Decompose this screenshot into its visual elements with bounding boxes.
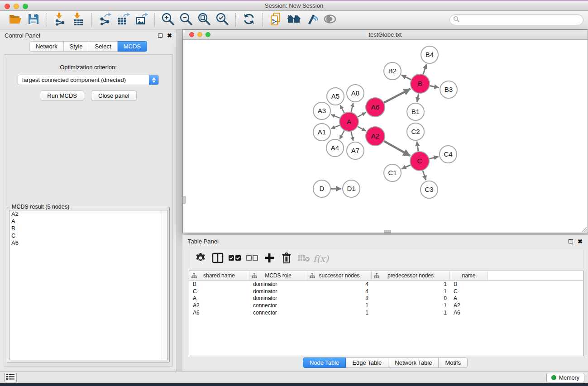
- h-scroll-thumb[interactable]: [384, 230, 391, 233]
- cell[interactable]: 4: [307, 281, 372, 287]
- cell[interactable]: A: [189, 295, 249, 301]
- cell[interactable]: B: [189, 281, 249, 287]
- zoom-fit-button[interactable]: [195, 12, 213, 28]
- cell[interactable]: 4: [307, 288, 372, 295]
- edge-A-A3[interactable]: [331, 114, 339, 118]
- close-window-button[interactable]: [5, 4, 10, 9]
- graph-node-c4[interactable]: C4: [440, 146, 457, 163]
- graph-node-a1[interactable]: A1: [313, 124, 330, 141]
- cell[interactable]: A2: [189, 302, 249, 309]
- tab-node-table[interactable]: Node Table: [303, 357, 346, 368]
- graph-node-b2[interactable]: B2: [384, 62, 401, 80]
- graph-node-a5[interactable]: A5: [327, 88, 344, 105]
- search-field[interactable]: [449, 14, 583, 25]
- import-network-button[interactable]: [51, 12, 69, 28]
- network-window-titlebar[interactable]: testGlobe.txt: [183, 30, 588, 40]
- edge-C-C4[interactable]: [429, 157, 438, 159]
- table-row-c[interactable]: Cdominator41C: [189, 288, 583, 295]
- cell[interactable]: 0: [372, 295, 450, 301]
- cell[interactable]: C: [450, 288, 488, 295]
- cell[interactable]: 1: [372, 310, 450, 316]
- minimize-window-button[interactable]: [14, 4, 19, 9]
- column-header-predecessor-nodes[interactable]: predecessor nodes: [372, 271, 450, 280]
- graph-node-c[interactable]: C: [410, 152, 429, 171]
- edge-A-A5[interactable]: [340, 105, 344, 113]
- table-row-a[interactable]: Adominator80A: [189, 295, 583, 302]
- zoom-in-button[interactable]: [159, 12, 177, 28]
- delete-columns-button[interactable]: [278, 250, 295, 267]
- graph-node-d[interactable]: D: [313, 180, 330, 197]
- column-header-mcds-role[interactable]: MCDS role: [249, 271, 307, 280]
- cell[interactable]: dominator: [249, 281, 307, 287]
- zoom-selected-button[interactable]: [213, 12, 231, 28]
- tab-mcds[interactable]: MCDS: [118, 41, 147, 52]
- zoom-out-button[interactable]: [177, 12, 195, 28]
- cell[interactable]: A6: [189, 310, 249, 316]
- edge-A-A2[interactable]: [358, 127, 366, 131]
- tab-select[interactable]: Select: [89, 41, 118, 52]
- cell[interactable]: B: [450, 281, 488, 287]
- cell[interactable]: 1: [372, 288, 450, 295]
- graph-node-a7[interactable]: A7: [347, 142, 364, 159]
- tab-network[interactable]: Network: [29, 41, 64, 52]
- cell[interactable]: A2: [450, 302, 488, 309]
- network-graph[interactable]: AA1A2A3A4A5A6A7A8BB1B2B3B4CC1C2C3C4DD1: [183, 40, 588, 233]
- edge-A2-C[interactable]: [384, 141, 410, 156]
- table-row-b[interactable]: Bdominator41B: [189, 281, 583, 288]
- graph-node-a4[interactable]: A4: [326, 139, 344, 157]
- toggle-split-view-button[interactable]: [209, 250, 226, 267]
- cell[interactable]: dominator: [249, 288, 307, 295]
- edge-C-C3[interactable]: [423, 171, 426, 180]
- graph-node-c1[interactable]: C1: [384, 164, 401, 181]
- edge-B-B1[interactable]: [417, 94, 419, 102]
- select-all-columns-button[interactable]: [226, 250, 244, 267]
- graph-node-b4[interactable]: B4: [421, 46, 438, 63]
- delete-table-button[interactable]: [295, 250, 312, 267]
- close-mcds-panel-button[interactable]: Close panel: [91, 91, 137, 101]
- v-scroll-thumb[interactable]: [183, 196, 186, 204]
- getting-started-button[interactable]: [303, 12, 321, 28]
- open-browser-button[interactable]: [285, 12, 303, 28]
- tab-style[interactable]: Style: [64, 41, 89, 52]
- tab-network-table[interactable]: Network Table: [388, 357, 439, 368]
- float-panel-button[interactable]: [158, 33, 163, 38]
- cell[interactable]: C: [189, 288, 249, 295]
- edge-A-A6[interactable]: [358, 113, 366, 117]
- resize-grip[interactable]: [581, 226, 587, 232]
- graph-node-a8[interactable]: A8: [347, 85, 364, 102]
- edge-A6-B[interactable]: [384, 89, 410, 103]
- show-panels-button[interactable]: [4, 373, 17, 382]
- search-input[interactable]: [459, 15, 583, 24]
- column-header-successor-nodes[interactable]: successor nodes: [307, 271, 372, 280]
- edge-B-B4[interactable]: [423, 64, 426, 74]
- result-item-a[interactable]: A: [10, 218, 167, 225]
- create-column-button[interactable]: [261, 250, 278, 267]
- save-session-button[interactable]: [24, 12, 43, 28]
- minimize-network-button[interactable]: [197, 32, 202, 37]
- graph-node-b[interactable]: B: [411, 74, 430, 93]
- float-table-panel-button[interactable]: [569, 239, 573, 243]
- graph-node-a6[interactable]: A6: [366, 98, 385, 117]
- edge-B-B2[interactable]: [402, 75, 411, 80]
- table-row-a6[interactable]: A6connector11A6: [189, 309, 583, 316]
- column-header-name[interactable]: name: [450, 271, 488, 280]
- result-item-a2[interactable]: A2: [10, 210, 167, 218]
- close-panel-button[interactable]: ✖: [167, 33, 172, 38]
- function-builder-button[interactable]: f(x): [312, 250, 330, 267]
- edge-A-A7[interactable]: [351, 131, 354, 141]
- export-image-button[interactable]: [132, 12, 150, 28]
- result-item-a6[interactable]: A6: [10, 239, 167, 247]
- graph-node-a2[interactable]: A2: [366, 127, 385, 146]
- memory-button[interactable]: Memory: [546, 373, 584, 382]
- show-hide-graphics-button[interactable]: [321, 12, 339, 28]
- table-settings-button[interactable]: [192, 250, 209, 267]
- close-network-button[interactable]: [189, 32, 194, 37]
- import-table-button[interactable]: [69, 12, 87, 28]
- cell[interactable]: 8: [307, 295, 372, 301]
- zoom-window-button[interactable]: [23, 4, 28, 9]
- graph-node-c3[interactable]: C3: [421, 181, 438, 198]
- cell[interactable]: connector: [249, 302, 307, 309]
- export-table-button[interactable]: [114, 12, 132, 28]
- edge-A-A1[interactable]: [331, 125, 340, 129]
- network-from-clipboard-button[interactable]: [267, 12, 285, 28]
